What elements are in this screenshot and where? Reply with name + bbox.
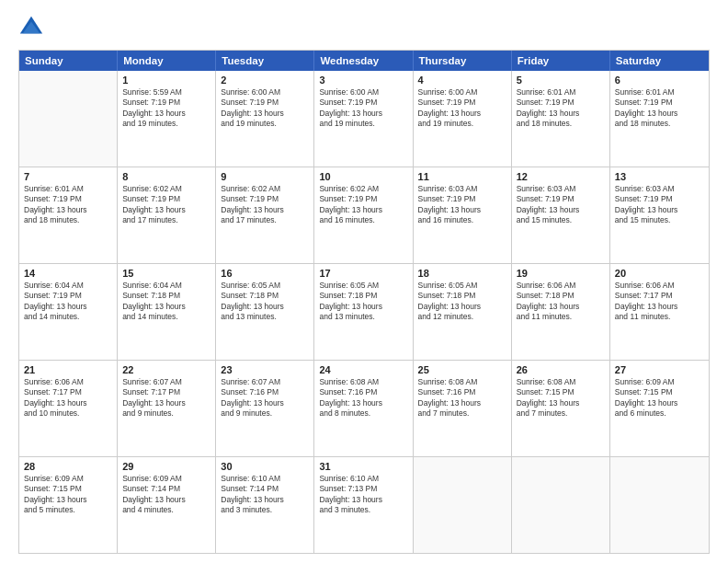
page: SundayMondayTuesdayWednesdayThursdayFrid… [0,0,728,563]
cell-info: Sunrise: 6:00 AMSunset: 7:19 PMDaylight:… [418,87,506,130]
calendar-cell: 14Sunrise: 6:04 AMSunset: 7:19 PMDayligh… [19,264,118,360]
calendar-cell: 8Sunrise: 6:02 AMSunset: 7:19 PMDaylight… [118,167,216,263]
day-number: 5 [517,75,605,86]
cell-info: Sunrise: 6:03 AMSunset: 7:19 PMDaylight:… [517,184,605,226]
day-number: 21 [24,364,112,375]
calendar-row: 14Sunrise: 6:04 AMSunset: 7:19 PMDayligh… [19,264,709,361]
header [18,15,710,40]
day-number: 17 [319,268,407,279]
cell-info: Sunrise: 6:01 AMSunset: 7:19 PMDaylight:… [615,87,704,130]
cell-info: Sunrise: 6:09 AMSunset: 7:14 PMDaylight:… [122,474,210,516]
day-header: Thursday [414,51,512,71]
cell-info: Sunrise: 6:02 AMSunset: 7:19 PMDaylight:… [221,184,309,226]
cell-info: Sunrise: 6:01 AMSunset: 7:19 PMDaylight:… [24,184,112,226]
day-number: 18 [418,268,506,279]
calendar-cell: 21Sunrise: 6:06 AMSunset: 7:17 PMDayligh… [19,361,118,456]
calendar-row: 1Sunrise: 5:59 AMSunset: 7:19 PMDaylight… [19,71,709,167]
day-number: 26 [517,364,605,375]
cell-info: Sunrise: 6:02 AMSunset: 7:19 PMDaylight:… [319,184,407,226]
calendar-cell [414,457,512,553]
calendar-cell: 11Sunrise: 6:03 AMSunset: 7:19 PMDayligh… [414,167,512,263]
cell-info: Sunrise: 6:03 AMSunset: 7:19 PMDaylight:… [615,184,704,226]
cell-info: Sunrise: 6:01 AMSunset: 7:19 PMDaylight:… [517,87,605,130]
calendar-cell: 20Sunrise: 6:06 AMSunset: 7:17 PMDayligh… [610,264,709,360]
calendar-cell: 12Sunrise: 6:03 AMSunset: 7:19 PMDayligh… [512,167,610,263]
calendar-cell: 23Sunrise: 6:07 AMSunset: 7:16 PMDayligh… [216,361,314,456]
day-header: Monday [118,51,216,71]
cell-info: Sunrise: 6:02 AMSunset: 7:19 PMDaylight:… [122,184,210,226]
day-number: 30 [221,461,309,472]
calendar-cell: 1Sunrise: 5:59 AMSunset: 7:19 PMDaylight… [118,71,216,167]
cell-info: Sunrise: 6:08 AMSunset: 7:16 PMDaylight:… [418,377,506,419]
cell-info: Sunrise: 6:05 AMSunset: 7:18 PMDaylight:… [221,281,309,323]
day-number: 16 [221,268,309,279]
calendar-cell: 26Sunrise: 6:08 AMSunset: 7:15 PMDayligh… [512,361,610,456]
day-number: 4 [418,75,506,86]
day-number: 22 [122,364,210,375]
day-number: 13 [615,171,704,182]
day-number: 6 [615,75,704,86]
day-header: Saturday [610,51,709,71]
day-number: 3 [319,75,407,86]
cell-info: Sunrise: 6:07 AMSunset: 7:16 PMDaylight:… [221,377,309,419]
day-number: 1 [122,75,210,86]
day-number: 10 [319,171,407,182]
calendar-cell: 15Sunrise: 6:04 AMSunset: 7:18 PMDayligh… [118,264,216,360]
day-number: 11 [418,171,506,182]
calendar-body: 1Sunrise: 5:59 AMSunset: 7:19 PMDaylight… [19,71,709,553]
calendar-cell: 28Sunrise: 6:09 AMSunset: 7:15 PMDayligh… [19,457,118,553]
calendar-cell: 25Sunrise: 6:08 AMSunset: 7:16 PMDayligh… [414,361,512,456]
day-header: Wednesday [314,51,413,71]
calendar-cell: 13Sunrise: 6:03 AMSunset: 7:19 PMDayligh… [610,167,709,263]
calendar-cell: 5Sunrise: 6:01 AMSunset: 7:19 PMDaylight… [512,71,610,167]
logo [18,15,48,40]
cell-info: Sunrise: 6:06 AMSunset: 7:18 PMDaylight:… [517,281,605,323]
day-number: 24 [319,364,407,375]
day-number: 9 [221,171,309,182]
cell-info: Sunrise: 6:09 AMSunset: 7:15 PMDaylight:… [24,474,112,516]
calendar-cell: 3Sunrise: 6:00 AMSunset: 7:19 PMDaylight… [314,71,413,167]
cell-info: Sunrise: 6:04 AMSunset: 7:19 PMDaylight:… [24,281,112,323]
calendar-cell [512,457,610,553]
calendar-cell: 27Sunrise: 6:09 AMSunset: 7:15 PMDayligh… [610,361,709,456]
calendar-cell: 19Sunrise: 6:06 AMSunset: 7:18 PMDayligh… [512,264,610,360]
day-number: 8 [122,171,210,182]
cell-info: Sunrise: 6:00 AMSunset: 7:19 PMDaylight:… [221,87,309,130]
cell-info: Sunrise: 6:08 AMSunset: 7:15 PMDaylight:… [517,377,605,419]
day-number: 7 [24,171,112,182]
day-number: 27 [615,364,704,375]
day-number: 31 [319,461,407,472]
cell-info: Sunrise: 6:10 AMSunset: 7:14 PMDaylight:… [221,474,309,516]
cell-info: Sunrise: 6:07 AMSunset: 7:17 PMDaylight:… [122,377,210,419]
calendar-row: 7Sunrise: 6:01 AMSunset: 7:19 PMDaylight… [19,167,709,264]
day-number: 15 [122,268,210,279]
day-number: 20 [615,268,704,279]
day-header: Tuesday [216,51,314,71]
calendar-cell: 9Sunrise: 6:02 AMSunset: 7:19 PMDaylight… [216,167,314,263]
calendar-cell: 29Sunrise: 6:09 AMSunset: 7:14 PMDayligh… [118,457,216,553]
cell-info: Sunrise: 6:10 AMSunset: 7:13 PMDaylight:… [319,474,407,516]
calendar-cell: 18Sunrise: 6:05 AMSunset: 7:18 PMDayligh… [414,264,512,360]
day-number: 19 [517,268,605,279]
calendar-cell: 2Sunrise: 6:00 AMSunset: 7:19 PMDaylight… [216,71,314,167]
calendar-cell: 10Sunrise: 6:02 AMSunset: 7:19 PMDayligh… [314,167,413,263]
day-number: 23 [221,364,309,375]
cell-info: Sunrise: 5:59 AMSunset: 7:19 PMDaylight:… [122,87,210,130]
calendar-cell [610,457,709,553]
calendar-cell: 31Sunrise: 6:10 AMSunset: 7:13 PMDayligh… [314,457,413,553]
cell-info: Sunrise: 6:06 AMSunset: 7:17 PMDaylight:… [615,281,704,323]
day-number: 28 [24,461,112,472]
logo-icon [18,15,44,40]
cell-info: Sunrise: 6:05 AMSunset: 7:18 PMDaylight:… [418,281,506,323]
day-number: 12 [517,171,605,182]
calendar-cell: 22Sunrise: 6:07 AMSunset: 7:17 PMDayligh… [118,361,216,456]
cell-info: Sunrise: 6:04 AMSunset: 7:18 PMDaylight:… [122,281,210,323]
cell-info: Sunrise: 6:06 AMSunset: 7:17 PMDaylight:… [24,377,112,419]
calendar-cell: 4Sunrise: 6:00 AMSunset: 7:19 PMDaylight… [414,71,512,167]
day-number: 2 [221,75,309,86]
calendar-cell: 7Sunrise: 6:01 AMSunset: 7:19 PMDaylight… [19,167,118,263]
calendar-cell [19,71,118,167]
calendar-cell: 24Sunrise: 6:08 AMSunset: 7:16 PMDayligh… [314,361,413,456]
calendar-cell: 17Sunrise: 6:05 AMSunset: 7:18 PMDayligh… [314,264,413,360]
day-number: 29 [122,461,210,472]
